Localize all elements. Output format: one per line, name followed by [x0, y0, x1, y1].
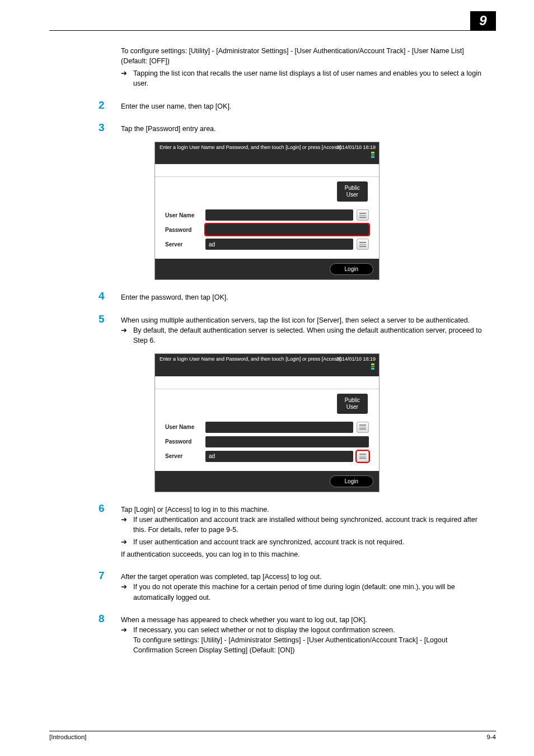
step-4-text: Enter the password, then tap [OK].	[121, 292, 228, 302]
step-8-number: 8	[99, 613, 121, 625]
password-label: Password	[165, 227, 205, 233]
step-8-bullet: If necessary, you can select whether or …	[121, 625, 485, 655]
server-list-icon-2[interactable]	[357, 451, 369, 462]
status-lights-icon	[370, 151, 376, 158]
step-7-bullet: If you do not operate this machine for a…	[121, 582, 485, 602]
step-8-text: When a message has appeared to check whe…	[121, 615, 367, 625]
server-input[interactable]: ad	[205, 239, 353, 250]
login-datetime: 2014/01/10 18:19	[336, 144, 376, 151]
server-label: Server	[165, 241, 205, 248]
footer-right: 9-4	[486, 734, 496, 740]
public-user-button-2[interactable]: Public User	[337, 394, 368, 414]
login-button-2[interactable]: Login	[330, 475, 373, 487]
chapter-number-tab: 9	[470, 11, 496, 30]
step-4-number: 4	[99, 290, 121, 302]
login-screenshot-server: Enter a login User Name and Password, an…	[154, 353, 380, 492]
login-tab-bar	[155, 164, 379, 177]
step-8: 8 When a message has appeared to check w…	[99, 613, 485, 625]
password-input[interactable]	[205, 224, 369, 235]
step-5-number: 5	[99, 313, 121, 325]
step-5-text: When using multiple authentication serve…	[121, 315, 470, 325]
user-name-label: User Name	[165, 212, 205, 218]
header-rule	[49, 30, 496, 31]
user-name-input-2[interactable]	[205, 422, 353, 433]
login-prompt-text-2: Enter a login User Name and Password, an…	[160, 356, 342, 362]
step-7-number: 7	[99, 570, 121, 582]
step-6-bullet-2: If user authentication and account track…	[121, 537, 485, 547]
step-6-text: Tap [Login] or [Access] to log in to thi…	[121, 505, 269, 515]
step-6-tail: If authentication succeeds, you can log …	[121, 549, 485, 559]
login-prompt-text: Enter a login User Name and Password, an…	[160, 144, 342, 150]
step-2: 2 Enter the user name, then tap [OK].	[99, 99, 485, 111]
step-5-bullet: By default, the default authentication s…	[121, 325, 485, 346]
step-4: 4 Enter the password, then tap [OK].	[99, 290, 485, 302]
page-footer: [Introduction] 9-4	[49, 731, 496, 740]
intro-list-icon-text: Tapping the list icon that recalls the u…	[121, 68, 485, 88]
step-2-text: Enter the user name, then tap [OK].	[121, 101, 231, 111]
intro-configure-text: To configure settings: [Utility] - [Admi…	[121, 46, 485, 66]
step-6-bullet-1: If user authentication and account track…	[121, 515, 485, 535]
server-input-2[interactable]: ad	[205, 451, 353, 462]
password-input-2[interactable]	[205, 436, 369, 447]
status-lights-icon-2	[370, 363, 376, 370]
step-6-number: 6	[99, 502, 121, 515]
login-button[interactable]: Login	[330, 263, 373, 275]
step-6: 6 Tap [Login] or [Access] to log in to t…	[99, 502, 485, 515]
user-name-list-icon[interactable]	[357, 209, 369, 221]
login-prompt-bar-2: Enter a login User Name and Password, an…	[155, 354, 379, 376]
step-5: 5 When using multiple authentication ser…	[99, 313, 485, 325]
login-screenshot-password: Enter a login User Name and Password, an…	[154, 142, 380, 281]
step-7-text: After the target operation was completed…	[121, 572, 322, 582]
user-name-label-2: User Name	[165, 424, 205, 430]
server-list-icon[interactable]	[357, 239, 369, 250]
login-tab-bar-2	[155, 376, 379, 389]
login-prompt-bar: Enter a login User Name and Password, an…	[155, 142, 379, 165]
step-3-text: Tap the [Password] entry area.	[121, 124, 216, 134]
step-2-number: 2	[99, 99, 121, 111]
public-user-button[interactable]: Public User	[337, 181, 368, 202]
step-3-number: 3	[99, 122, 121, 134]
server-label-2: Server	[165, 453, 205, 459]
password-label-2: Password	[165, 438, 205, 445]
user-name-list-icon-2[interactable]	[357, 422, 369, 433]
footer-left: [Introduction]	[49, 734, 86, 740]
user-name-input[interactable]	[205, 209, 353, 221]
step-3: 3 Tap the [Password] entry area.	[99, 122, 485, 134]
login-datetime-2: 2014/01/10 18:19	[336, 356, 376, 363]
step-7: 7 After the target operation was complet…	[99, 570, 485, 582]
